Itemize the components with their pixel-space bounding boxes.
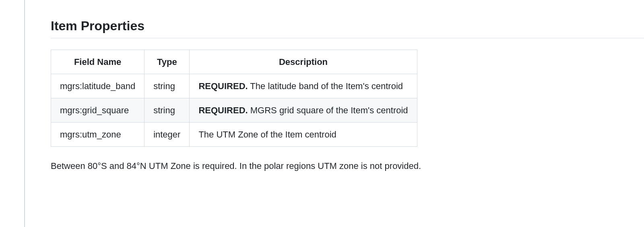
table-row: mgrs:utm_zone integer The UTM Zone of th… <box>51 123 417 147</box>
section-heading: Item Properties <box>51 18 644 38</box>
cell-description: The UTM Zone of the Item centroid <box>190 123 417 147</box>
cell-description: REQUIRED. The latitude band of the Item'… <box>190 74 417 98</box>
cell-type: integer <box>144 123 190 147</box>
cell-field-name: mgrs:utm_zone <box>51 123 144 147</box>
required-tag: REQUIRED. <box>198 81 248 91</box>
cell-type: string <box>144 74 190 98</box>
col-header-desc: Description <box>190 50 417 74</box>
table-row: mgrs:latitude_band string REQUIRED. The … <box>51 74 417 98</box>
desc-text: The UTM Zone of the Item centroid <box>198 129 336 140</box>
cell-field-name: mgrs:latitude_band <box>51 74 144 98</box>
cell-description: REQUIRED. MGRS grid square of the Item's… <box>190 98 417 123</box>
col-header-field: Field Name <box>51 50 144 74</box>
desc-text: The latitude band of the Item's centroid <box>248 81 403 91</box>
document-section: Item Properties Field Name Type Descript… <box>24 0 644 227</box>
col-header-type: Type <box>144 50 190 74</box>
cell-type: string <box>144 98 190 123</box>
table-header-row: Field Name Type Description <box>51 50 417 74</box>
note-paragraph: Between 80°S and 84°N UTM Zone is requir… <box>51 159 644 173</box>
properties-table: Field Name Type Description mgrs:latitud… <box>51 50 417 147</box>
table-row: mgrs:grid_square string REQUIRED. MGRS g… <box>51 98 417 123</box>
required-tag: REQUIRED. <box>198 105 248 115</box>
cell-field-name: mgrs:grid_square <box>51 98 144 123</box>
desc-text: MGRS grid square of the Item's centroid <box>248 105 408 115</box>
